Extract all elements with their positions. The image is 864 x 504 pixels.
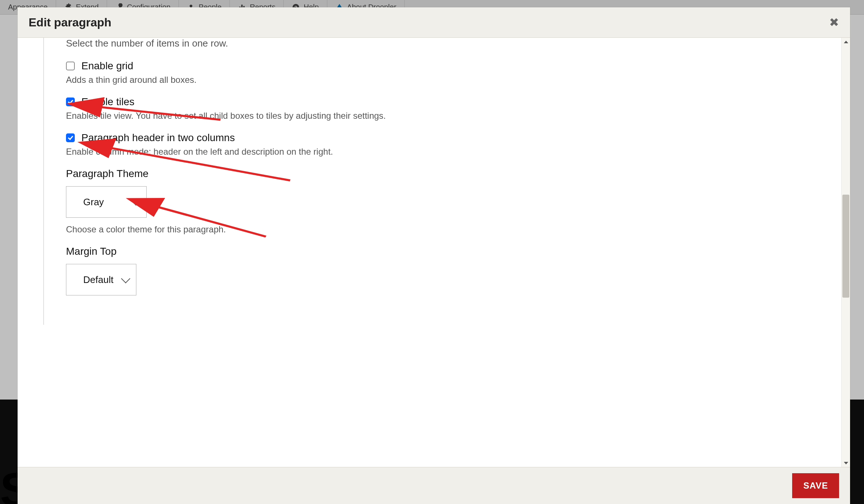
paragraph-theme-value: Gray (83, 196, 104, 208)
margin-top-label: Margin Top (66, 246, 827, 257)
two-columns-field: Paragraph header in two columns Enable c… (66, 132, 827, 157)
scrollbar-track[interactable] (842, 46, 850, 459)
enable-tiles-checkbox[interactable] (66, 98, 75, 106)
enable-grid-help: Adds a thin grid around all boxes. (66, 75, 827, 85)
margin-top-select[interactable]: Default (66, 264, 136, 295)
paragraph-theme-help: Choose a color theme for this paragraph. (66, 224, 827, 235)
scrollbar-thumb[interactable] (842, 195, 849, 298)
two-columns-checkbox[interactable] (66, 133, 75, 142)
svg-point-0 (190, 4, 192, 7)
enable-tiles-field: Enable tiles Enables tile view. You have… (66, 96, 827, 121)
paragraph-theme-select[interactable]: Gray (66, 186, 147, 218)
chevron-down-icon (131, 196, 140, 205)
close-icon[interactable]: ✖ (829, 15, 839, 29)
save-button[interactable]: SAVE (792, 473, 839, 498)
margin-top-value: Default (83, 274, 113, 286)
paragraph-theme-label: Paragraph Theme (66, 168, 827, 180)
modal-scrollbar[interactable] (841, 38, 850, 467)
chevron-down-icon (121, 274, 130, 283)
enable-grid-checkbox[interactable] (66, 62, 75, 70)
margin-top-field: Margin Top Default (66, 246, 827, 299)
edit-paragraph-modal: Edit paragraph ✖ Select the number of it… (18, 7, 850, 504)
scroll-down-arrow[interactable] (842, 459, 850, 467)
enable-grid-label: Enable grid (81, 60, 133, 72)
modal-title: Edit paragraph (29, 16, 111, 29)
paragraph-theme-field: Paragraph Theme Gray Choose a color them… (66, 168, 827, 235)
modal-footer: SAVE (18, 467, 850, 504)
scroll-up-arrow[interactable] (842, 38, 850, 46)
two-columns-label: Paragraph header in two columns (81, 132, 235, 144)
items-per-row-help: Select the number of items in one row. (66, 38, 827, 49)
enable-tiles-help: Enables tile view. You have to set all c… (66, 111, 827, 121)
enable-grid-field: Enable grid Adds a thin grid around all … (66, 60, 827, 85)
modal-header: Edit paragraph ✖ (18, 7, 850, 38)
two-columns-help: Enable column mode: header on the left a… (66, 147, 827, 157)
enable-tiles-label: Enable tiles (81, 96, 135, 108)
